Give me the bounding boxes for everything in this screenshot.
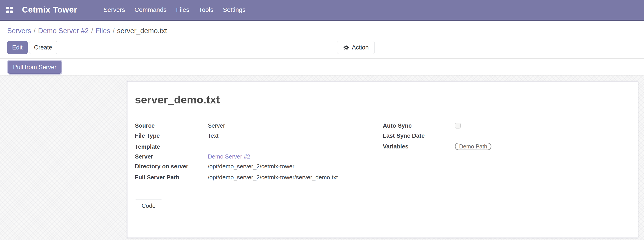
- field-row: Auto Sync: [383, 121, 630, 130]
- field-row: Variables Demo Path: [383, 141, 630, 152]
- field-value-source: Server: [202, 121, 383, 130]
- workflow-buttons-bar: Pull from Server: [0, 59, 644, 75]
- menu-item-settings[interactable]: Settings: [223, 6, 246, 13]
- menu-item-tools[interactable]: Tools: [199, 6, 214, 13]
- field-group-left: Source Server File Type Text Template Se…: [135, 121, 383, 183]
- field-row: Source Server: [135, 121, 383, 130]
- variable-tag-demo-path: Demo Path: [455, 143, 492, 150]
- edit-button[interactable]: Edit: [7, 41, 28, 54]
- field-label-server: Server: [135, 153, 202, 160]
- field-row: Template: [135, 141, 383, 152]
- field-value-last-sync-date: [450, 130, 630, 141]
- gear-icon: [343, 45, 349, 51]
- notebook-tabs: Code: [135, 199, 630, 212]
- breadcrumb-current: server_demo.txt: [117, 27, 167, 35]
- top-navbar: Cetmix Tower Servers Commands Files Tool…: [0, 0, 644, 21]
- field-value-directory-on-server: /opt/demo_server_2/cetmix-tower: [202, 161, 383, 172]
- tab-code[interactable]: Code: [135, 199, 162, 212]
- page-title: server_demo.txt: [135, 93, 630, 106]
- field-label-variables: Variables: [383, 143, 450, 150]
- field-group-right: Auto Sync Last Sync Date Variables Demo …: [383, 121, 630, 183]
- field-groups: Source Server File Type Text Template Se…: [135, 121, 630, 183]
- menu-item-commands[interactable]: Commands: [134, 6, 166, 13]
- main-menu: Servers Commands Files Tools Settings: [104, 6, 246, 13]
- control-panel: Servers/Demo Server #2/Files/server_demo…: [0, 21, 644, 59]
- field-row: Server Demo Server #2: [135, 152, 383, 161]
- auto-sync-checkbox[interactable]: [455, 123, 461, 128]
- app-brand[interactable]: Cetmix Tower: [22, 5, 77, 14]
- apps-grid-dot: [10, 10, 13, 13]
- button-row: Edit Create: [7, 41, 644, 54]
- pull-from-server-button[interactable]: Pull from Server: [8, 61, 62, 74]
- breadcrumb-separator: /: [34, 27, 36, 35]
- field-row: Directory on server /opt/demo_server_2/c…: [135, 161, 383, 172]
- breadcrumb-item-servers[interactable]: Servers: [7, 27, 31, 35]
- field-label-source: Source: [135, 122, 202, 129]
- field-value-variables: Demo Path: [450, 141, 630, 152]
- breadcrumb: Servers/Demo Server #2/Files/server_demo…: [7, 27, 644, 35]
- action-button-label: Action: [352, 44, 369, 51]
- field-value-auto-sync: [450, 121, 630, 130]
- field-value-server: Demo Server #2: [202, 152, 383, 161]
- create-button[interactable]: Create: [29, 41, 57, 54]
- field-row: Last Sync Date: [383, 130, 630, 141]
- field-value-template: [202, 141, 383, 152]
- content-area: server_demo.txt Source Server File Type …: [0, 75, 644, 240]
- breadcrumb-item-files[interactable]: Files: [96, 27, 110, 35]
- form-sheet: server_demo.txt Source Server File Type …: [127, 81, 638, 238]
- field-value-full-server-path: /opt/demo_server_2/cetmix-tower/server_d…: [202, 172, 383, 183]
- field-label-auto-sync: Auto Sync: [383, 122, 450, 129]
- field-label-last-sync-date: Last Sync Date: [383, 132, 450, 139]
- apps-grid-dot: [10, 7, 13, 9]
- field-value-file-type: Text: [202, 130, 383, 141]
- action-button[interactable]: Action: [337, 41, 375, 54]
- field-row: Full Server Path /opt/demo_server_2/cetm…: [135, 172, 383, 183]
- apps-grid-icon[interactable]: [6, 7, 13, 13]
- apps-grid-dot: [6, 7, 9, 9]
- menu-item-files[interactable]: Files: [176, 6, 190, 13]
- apps-grid-dot: [6, 10, 9, 13]
- breadcrumb-separator: /: [91, 27, 93, 35]
- menu-item-servers[interactable]: Servers: [104, 6, 125, 13]
- field-label-template: Template: [135, 143, 202, 150]
- field-label-full-server-path: Full Server Path: [135, 174, 202, 181]
- field-label-file-type: File Type: [135, 132, 202, 139]
- field-label-directory-on-server: Directory on server: [135, 163, 202, 170]
- field-row: File Type Text: [135, 130, 383, 141]
- server-record-link[interactable]: Demo Server #2: [208, 153, 250, 160]
- breadcrumb-separator: /: [113, 27, 115, 35]
- breadcrumb-item-demo-server-2[interactable]: Demo Server #2: [38, 27, 89, 35]
